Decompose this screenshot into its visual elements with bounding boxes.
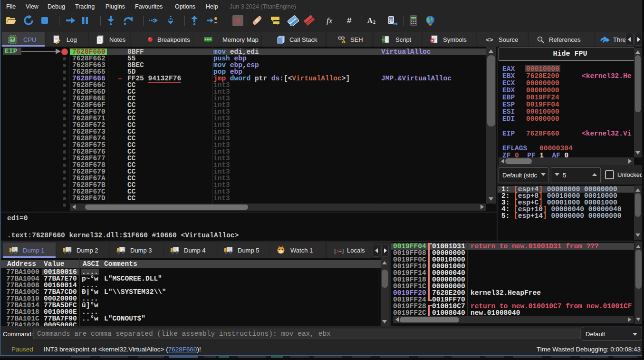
svg-text:#: # <box>347 16 352 25</box>
svg-text:A: A <box>367 17 373 24</box>
svg-text:]: ] <box>341 248 344 254</box>
svg-text:2: 2 <box>373 19 375 25</box>
svg-text:S: S <box>236 16 240 25</box>
svg-text:<>: <> <box>486 37 493 44</box>
svg-text:!: ! <box>343 40 344 43</box>
svg-text:<>: <> <box>382 38 386 42</box>
svg-text:32: 32 <box>10 38 14 42</box>
svg-text:fx: fx <box>327 16 333 25</box>
